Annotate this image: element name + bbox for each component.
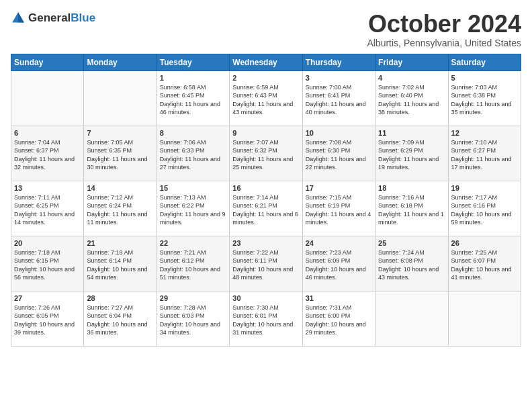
day-number: 31 — [306, 294, 372, 302]
day-info: Sunrise: 7:15 AM Sunset: 6:19 PM Dayligh… — [306, 193, 372, 227]
calendar-week-row: 27Sunrise: 7:26 AM Sunset: 6:05 PM Dayli… — [11, 291, 521, 346]
day-info: Sunrise: 7:14 AM Sunset: 6:21 PM Dayligh… — [232, 193, 299, 227]
day-info: Sunrise: 7:16 AM Sunset: 6:18 PM Dayligh… — [378, 193, 445, 227]
weekday-header-row: SundayMondayTuesdayWednesdayThursdayFrid… — [11, 54, 521, 71]
day-info: Sunrise: 6:59 AM Sunset: 6:43 PM Dayligh… — [232, 83, 299, 117]
calendar-cell: 7Sunrise: 7:05 AM Sunset: 6:35 PM Daylig… — [84, 126, 157, 181]
day-number: 16 — [232, 184, 299, 192]
calendar-cell: 17Sunrise: 7:15 AM Sunset: 6:19 PM Dayli… — [302, 181, 375, 236]
day-info: Sunrise: 7:25 AM Sunset: 6:07 PM Dayligh… — [451, 248, 518, 282]
calendar-cell: 22Sunrise: 7:21 AM Sunset: 6:12 PM Dayli… — [157, 236, 229, 291]
title-block: October 2024 Alburtis, Pennsylvania, Uni… — [367, 11, 521, 48]
page-header: GeneralBlue October 2024 Alburtis, Penns… — [11, 11, 521, 48]
day-info: Sunrise: 7:30 AM Sunset: 6:01 PM Dayligh… — [232, 304, 299, 337]
day-info: Sunrise: 7:12 AM Sunset: 6:24 PM Dayligh… — [87, 193, 153, 227]
calendar-cell: 29Sunrise: 7:28 AM Sunset: 6:03 PM Dayli… — [157, 291, 229, 346]
day-number: 26 — [451, 239, 518, 247]
calendar-cell: 20Sunrise: 7:18 AM Sunset: 6:15 PM Dayli… — [11, 236, 84, 291]
calendar-cell: 25Sunrise: 7:24 AM Sunset: 6:08 PM Dayli… — [375, 236, 448, 291]
weekday-header-sunday: Sunday — [11, 54, 84, 71]
day-number: 27 — [14, 294, 81, 302]
day-info: Sunrise: 7:07 AM Sunset: 6:32 PM Dayligh… — [232, 138, 299, 172]
location-title: Alburtis, Pennsylvania, United States — [367, 38, 521, 48]
calendar-cell: 28Sunrise: 7:27 AM Sunset: 6:04 PM Dayli… — [84, 291, 157, 346]
day-number: 29 — [160, 294, 226, 302]
day-number: 19 — [451, 184, 518, 192]
calendar-cell: 24Sunrise: 7:23 AM Sunset: 6:09 PM Dayli… — [302, 236, 375, 291]
day-number: 14 — [87, 184, 153, 192]
day-info: Sunrise: 6:58 AM Sunset: 6:45 PM Dayligh… — [160, 83, 226, 117]
day-number: 17 — [306, 184, 372, 192]
day-info: Sunrise: 7:26 AM Sunset: 6:05 PM Dayligh… — [14, 304, 81, 337]
day-number: 4 — [378, 74, 445, 82]
day-number: 9 — [232, 129, 299, 137]
logo-icon — [11, 11, 26, 26]
day-number: 30 — [232, 294, 299, 302]
calendar-cell: 21Sunrise: 7:19 AM Sunset: 6:14 PM Dayli… — [84, 236, 157, 291]
day-number: 21 — [87, 239, 153, 247]
calendar-cell: 31Sunrise: 7:31 AM Sunset: 6:00 PM Dayli… — [302, 291, 375, 346]
day-number: 11 — [378, 129, 445, 137]
weekday-header-saturday: Saturday — [448, 54, 521, 71]
day-info: Sunrise: 7:18 AM Sunset: 6:15 PM Dayligh… — [14, 248, 81, 282]
calendar-cell: 15Sunrise: 7:13 AM Sunset: 6:22 PM Dayli… — [157, 181, 229, 236]
calendar-header: SundayMondayTuesdayWednesdayThursdayFrid… — [11, 54, 521, 71]
day-info: Sunrise: 7:10 AM Sunset: 6:27 PM Dayligh… — [451, 138, 518, 172]
calendar-cell: 18Sunrise: 7:16 AM Sunset: 6:18 PM Dayli… — [375, 181, 448, 236]
weekday-header-thursday: Thursday — [302, 54, 375, 71]
day-info: Sunrise: 7:24 AM Sunset: 6:08 PM Dayligh… — [378, 248, 445, 282]
calendar-cell: 13Sunrise: 7:11 AM Sunset: 6:25 PM Dayli… — [11, 181, 84, 236]
day-number: 25 — [378, 239, 445, 247]
day-number: 10 — [306, 129, 372, 137]
calendar-cell: 16Sunrise: 7:14 AM Sunset: 6:21 PM Dayli… — [230, 181, 302, 236]
calendar-cell — [375, 291, 448, 346]
day-number: 2 — [232, 74, 299, 82]
day-number: 24 — [306, 239, 372, 247]
calendar-cell — [448, 291, 521, 346]
day-number: 15 — [160, 184, 226, 192]
weekday-header-monday: Monday — [84, 54, 157, 71]
day-number: 6 — [14, 129, 81, 137]
calendar-body: 1Sunrise: 6:58 AM Sunset: 6:45 PM Daylig… — [11, 71, 521, 346]
calendar-cell: 12Sunrise: 7:10 AM Sunset: 6:27 PM Dayli… — [448, 126, 521, 181]
day-number: 18 — [378, 184, 445, 192]
calendar-cell: 26Sunrise: 7:25 AM Sunset: 6:07 PM Dayli… — [448, 236, 521, 291]
day-info: Sunrise: 7:05 AM Sunset: 6:35 PM Dayligh… — [87, 138, 153, 172]
day-info: Sunrise: 7:11 AM Sunset: 6:25 PM Dayligh… — [14, 193, 81, 227]
calendar-cell: 4Sunrise: 7:02 AM Sunset: 6:40 PM Daylig… — [375, 71, 448, 126]
calendar-cell: 10Sunrise: 7:08 AM Sunset: 6:30 PM Dayli… — [302, 126, 375, 181]
calendar-cell: 1Sunrise: 6:58 AM Sunset: 6:45 PM Daylig… — [157, 71, 229, 126]
day-info: Sunrise: 7:03 AM Sunset: 6:38 PM Dayligh… — [451, 83, 518, 117]
day-info: Sunrise: 7:04 AM Sunset: 6:37 PM Dayligh… — [14, 138, 81, 172]
calendar-week-row: 1Sunrise: 6:58 AM Sunset: 6:45 PM Daylig… — [11, 71, 521, 126]
month-title: October 2024 — [367, 11, 521, 38]
day-info: Sunrise: 7:02 AM Sunset: 6:40 PM Dayligh… — [378, 83, 445, 117]
weekday-header-friday: Friday — [375, 54, 448, 71]
day-info: Sunrise: 7:27 AM Sunset: 6:04 PM Dayligh… — [87, 304, 153, 337]
day-number: 28 — [87, 294, 153, 302]
calendar-cell: 5Sunrise: 7:03 AM Sunset: 6:38 PM Daylig… — [448, 71, 521, 126]
weekday-header-tuesday: Tuesday — [157, 54, 229, 71]
logo: GeneralBlue — [11, 11, 95, 26]
calendar-cell: 8Sunrise: 7:06 AM Sunset: 6:33 PM Daylig… — [157, 126, 229, 181]
calendar-cell: 11Sunrise: 7:09 AM Sunset: 6:29 PM Dayli… — [375, 126, 448, 181]
calendar-week-row: 13Sunrise: 7:11 AM Sunset: 6:25 PM Dayli… — [11, 181, 521, 236]
calendar-week-row: 6Sunrise: 7:04 AM Sunset: 6:37 PM Daylig… — [11, 126, 521, 181]
calendar-cell: 2Sunrise: 6:59 AM Sunset: 6:43 PM Daylig… — [230, 71, 302, 126]
calendar-cell: 14Sunrise: 7:12 AM Sunset: 6:24 PM Dayli… — [84, 181, 157, 236]
weekday-header-wednesday: Wednesday — [230, 54, 302, 71]
calendar-cell: 6Sunrise: 7:04 AM Sunset: 6:37 PM Daylig… — [11, 126, 84, 181]
day-info: Sunrise: 7:22 AM Sunset: 6:11 PM Dayligh… — [232, 248, 299, 282]
day-info: Sunrise: 7:13 AM Sunset: 6:22 PM Dayligh… — [160, 193, 226, 227]
calendar-cell: 9Sunrise: 7:07 AM Sunset: 6:32 PM Daylig… — [230, 126, 302, 181]
day-info: Sunrise: 7:08 AM Sunset: 6:30 PM Dayligh… — [306, 138, 372, 172]
calendar-cell: 3Sunrise: 7:00 AM Sunset: 6:41 PM Daylig… — [302, 71, 375, 126]
day-number: 8 — [160, 129, 226, 137]
svg-marker-1 — [18, 12, 24, 22]
calendar-cell: 27Sunrise: 7:26 AM Sunset: 6:05 PM Dayli… — [11, 291, 84, 346]
day-number: 5 — [451, 74, 518, 82]
day-info: Sunrise: 7:09 AM Sunset: 6:29 PM Dayligh… — [378, 138, 445, 172]
day-info: Sunrise: 7:17 AM Sunset: 6:16 PM Dayligh… — [451, 193, 518, 227]
calendar-cell — [11, 71, 84, 126]
day-info: Sunrise: 7:31 AM Sunset: 6:00 PM Dayligh… — [306, 304, 372, 337]
